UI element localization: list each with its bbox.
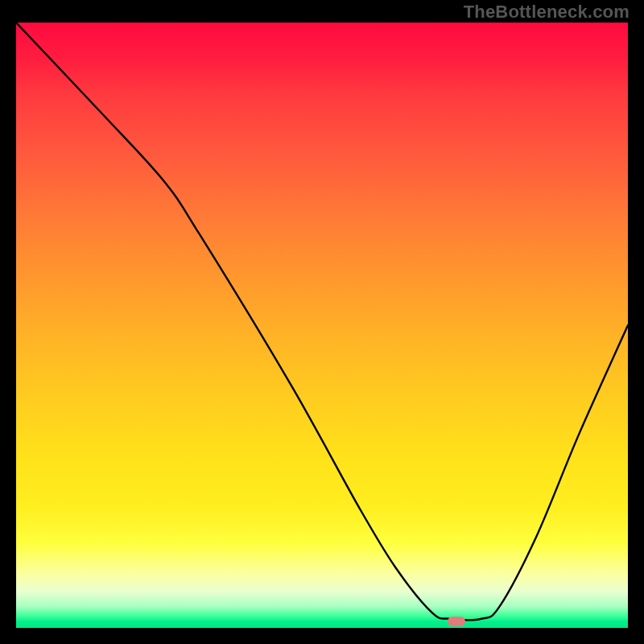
bottleneck-curve xyxy=(16,23,628,620)
chart-stage: TheBottleneck.com xyxy=(0,0,644,644)
curve-svg xyxy=(16,23,628,628)
plot-area xyxy=(16,23,628,628)
optimum-marker xyxy=(448,617,465,626)
watermark-text: TheBottleneck.com xyxy=(464,2,630,23)
